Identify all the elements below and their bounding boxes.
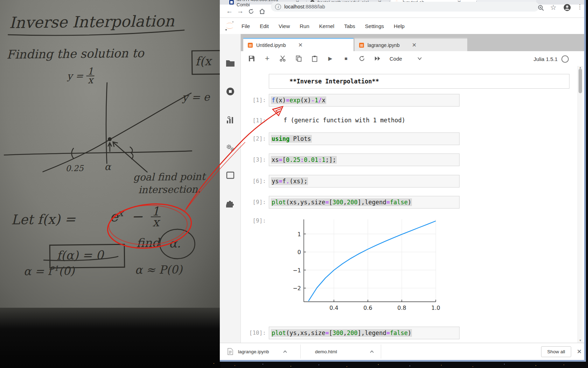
svg-text:0: 0 [298, 249, 301, 255]
cell-type-select[interactable]: Code [390, 56, 402, 62]
download-item-demo[interactable]: demo.html [315, 343, 374, 360]
scrollbar-thumb[interactable] [579, 69, 582, 93]
bookmark-star-button[interactable]: ☆ [550, 3, 556, 12]
menu-tabs[interactable]: Tabs [339, 23, 360, 29]
chevron-up-icon[interactable] [283, 350, 287, 353]
site-info-icon[interactable]: i [275, 4, 281, 10]
menu-run[interactable]: Run [295, 23, 314, 29]
command-palette-tab[interactable] [226, 116, 234, 124]
stop-circle-icon [226, 87, 234, 96]
url-host: localhost [284, 4, 304, 9]
extension-manager-tab[interactable] [226, 199, 234, 208]
reload-button[interactable] [246, 8, 257, 14]
menu-help[interactable]: Help [389, 23, 410, 29]
svg-text:0.4: 0.4 [329, 305, 338, 311]
save-button[interactable] [244, 55, 259, 62]
shelf-close-icon[interactable]: ✕ [577, 348, 582, 355]
home-icon [259, 8, 265, 14]
desktop-city-lights [214, 363, 214, 364]
code-cell-2[interactable]: using Plots [269, 132, 460, 145]
reload-icon [248, 8, 254, 14]
restart-kernel-button[interactable] [354, 55, 370, 62]
svg-text:−2: −2 [293, 285, 301, 292]
notebook-scrollbar[interactable]: ▲ ▼ [578, 66, 583, 343]
menu-edit[interactable]: Edit [255, 23, 274, 29]
kernel-status-icon[interactable] [561, 55, 569, 63]
open-tabs-tab[interactable] [226, 171, 234, 179]
input-prompt: [6]: [241, 178, 266, 184]
file-browser-tab[interactable] [226, 59, 235, 67]
output-prompt: [1]: [241, 117, 266, 124]
chevron-down-icon[interactable] [418, 57, 422, 60]
run-all-button[interactable] [370, 56, 385, 61]
url-bar[interactable]: i localhost:8888/lab [271, 2, 539, 12]
jupyterlab-sidebar [220, 34, 241, 343]
folder-icon [226, 59, 235, 67]
cut-cells-button[interactable] [275, 55, 291, 62]
menu-file[interactable]: File [237, 23, 255, 29]
notebook-dock: Untitled.ipynb ✕ lagrange.ipynb ✕ + [241, 34, 584, 343]
add-cell-button[interactable]: + [259, 54, 275, 63]
input-prompt: [9]: [241, 199, 266, 205]
document-tabbar: Untitled.ipynb ✕ lagrange.ipynb ✕ [241, 34, 584, 51]
home-button[interactable] [257, 8, 267, 14]
notebook-content: **Inverse Interpolation** [1]: f(x)=exp(… [241, 66, 584, 343]
browser-menu-button[interactable]: ⋮ [577, 3, 583, 11]
doc-tab-close-icon[interactable]: ✕ [412, 42, 416, 48]
doc-tab-close-icon[interactable]: ✕ [298, 42, 303, 48]
running-sessions-tab[interactable] [226, 87, 234, 96]
code-cell-3[interactable]: xs=[0.25:0.01:1;]; [269, 154, 460, 166]
url-path: :8888/lab [304, 4, 325, 9]
chevron-up-icon[interactable] [370, 350, 374, 353]
zoom-button[interactable] [538, 5, 544, 11]
code-cell-9[interactable]: plot(xs,ys,size=[300,200],legend=false) [269, 196, 460, 209]
play-icon: ▶ [328, 55, 332, 62]
star-icon: ☆ [550, 4, 556, 11]
notebook-paper: Inverse Interpolation Finding the soluti… [0, 0, 220, 320]
property-inspector-tab[interactable] [226, 144, 235, 152]
copy-cells-button[interactable] [291, 55, 307, 62]
code-cell-6[interactable]: ys=f.(xs); [269, 175, 460, 188]
interrupt-kernel-button[interactable]: ■ [338, 56, 354, 61]
jupyterlab-app: File Edit View Run Kernel Tabs Settings … [220, 18, 584, 343]
browser-navbar: ← → i localhost:8888/lab ☆ ⋮ [220, 5, 584, 18]
hand-drawn-graph [0, 0, 220, 320]
forward-icon: → [237, 7, 244, 15]
code-cell-10[interactable]: plot(ys,xs,size=[300,200],legend=false) [269, 327, 460, 339]
jupyterlab-menubar: File Edit View Run Kernel Tabs Settings … [220, 18, 584, 34]
paste-cells-button[interactable] [307, 55, 322, 62]
window-icon [226, 171, 234, 179]
svg-text:1.0: 1.0 [431, 305, 440, 311]
fast-forward-icon [374, 56, 381, 61]
scroll-down-icon[interactable]: ▼ [578, 339, 583, 342]
doc-tab-untitled[interactable]: Untitled.ipynb ✕ [243, 38, 354, 51]
downloads-shelf: lagrange.ipynb demo.html Show all ✕ [220, 343, 584, 360]
shelf-divider [381, 345, 381, 359]
download-item-lagrange[interactable]: lagrange.ipynb [227, 343, 287, 360]
person-icon [564, 4, 571, 11]
menu-view[interactable]: View [274, 23, 295, 29]
copy-icon [296, 55, 302, 62]
file-icon [227, 348, 233, 355]
paste-icon [312, 55, 317, 62]
code-cell-1[interactable]: f(x)=exp(x)-1/x [269, 94, 460, 107]
show-all-downloads-button[interactable]: Show all [541, 346, 571, 357]
input-prompt: [10]: [241, 329, 266, 336]
input-prompt: [3]: [241, 156, 266, 163]
back-button[interactable]: ← [224, 7, 235, 15]
stop-icon: ■ [344, 56, 347, 61]
menu-kernel[interactable]: Kernel [314, 23, 339, 29]
svg-text:1: 1 [298, 231, 301, 238]
kernel-name[interactable]: Julia 1.5.1 [534, 56, 558, 62]
markdown-cell[interactable]: **Inverse Interpolation** [269, 74, 569, 89]
forward-button[interactable]: → [235, 7, 246, 15]
doc-tab-lagrange[interactable]: lagrange.ipynb ✕ [355, 38, 467, 51]
menu-settings[interactable]: Settings [360, 23, 389, 29]
line-plot-output: 0.40.60.81.010−1−2 [276, 214, 444, 320]
profile-avatar[interactable] [564, 4, 571, 11]
svg-text:0.6: 0.6 [363, 305, 372, 311]
webcampus-favicon [229, 0, 234, 5]
plus-icon: + [265, 54, 270, 63]
back-icon: ← [226, 7, 233, 15]
run-cell-button[interactable]: ▶ [322, 55, 338, 62]
